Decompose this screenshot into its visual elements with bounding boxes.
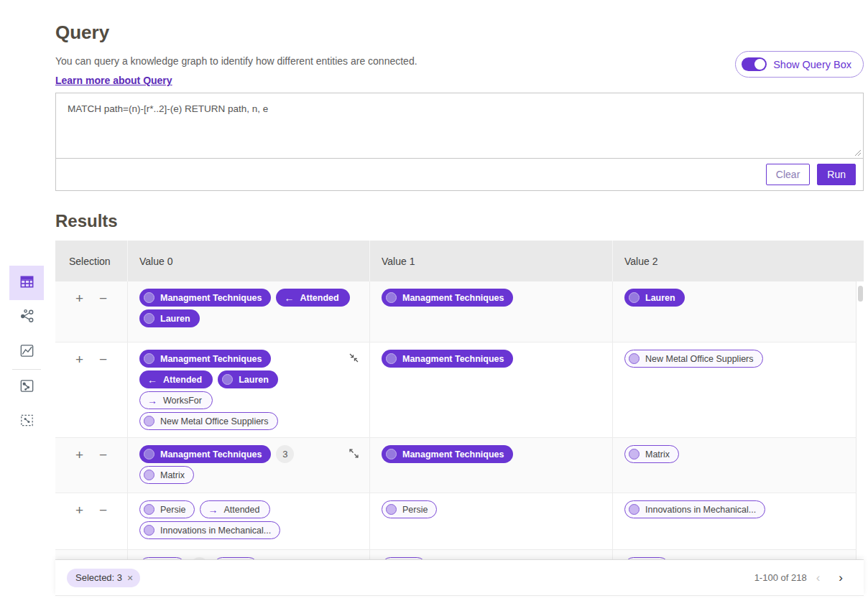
table-header-row: SelectionValue 0Value 1Value 2 — [55, 241, 864, 281]
node-circle-icon — [144, 416, 154, 426]
selection-cell: +− — [55, 493, 127, 549]
value1-cell: Managment Techniques — [369, 438, 612, 493]
next-page-icon[interactable]: › — [829, 572, 852, 584]
table-row: +−Managment Techniques←AttendedLaurenMan… — [55, 281, 864, 342]
node-circle-icon — [386, 353, 397, 364]
pill-label: Managment Techniques — [160, 354, 262, 364]
pill-label: Lauren — [645, 293, 675, 303]
show-query-box-toggle[interactable]: Show Query Box — [735, 51, 864, 78]
value1-cell — [369, 550, 612, 560]
node-pill[interactable]: Managment Techniques — [139, 445, 271, 463]
node-pill[interactable]: Lauren — [218, 370, 278, 388]
node-pill[interactable]: Managment Techniques — [382, 350, 513, 368]
sidebar-item-table-view[interactable] — [9, 266, 44, 300]
scrollbar-thumb[interactable] — [858, 286, 863, 302]
query-input[interactable]: MATCH path=(n)-[r*..2]-(e) RETURN path, … — [56, 93, 863, 159]
prev-page-icon[interactable]: ‹ — [807, 572, 830, 584]
remove-from-selection-button[interactable]: − — [99, 353, 107, 366]
node-pill[interactable]: Persie — [139, 500, 195, 518]
add-to-selection-button[interactable]: + — [75, 291, 83, 305]
pill-label: Managment Techniques — [402, 293, 504, 303]
selection-view-icon — [19, 412, 35, 432]
node-pill[interactable]: Innovations in Mechanical... — [624, 500, 765, 518]
arrow-right-icon: → — [147, 396, 157, 406]
pill-label: Persie — [160, 505, 185, 515]
collapse-path-icon[interactable] — [348, 352, 360, 367]
pill-label: Lauren — [239, 375, 269, 385]
sidebar-item-image-view[interactable] — [9, 370, 44, 404]
arrow-right-icon: → — [208, 505, 218, 515]
page-header-text: You can query a knowledge graph to ident… — [55, 47, 417, 87]
pill-label: Attended — [223, 505, 259, 515]
column-header: Selection — [55, 241, 127, 281]
sidebar-item-selection-view[interactable] — [9, 404, 44, 439]
value0-cell: Managment Techniques←AttendedLauren→Work… — [127, 342, 369, 437]
value0-cell: Managment Techniques3Matrix — [127, 438, 369, 493]
query-actions: Clear Run — [56, 159, 863, 190]
pill-label: New Metal Office Suppliers — [160, 416, 269, 426]
node-circle-icon — [144, 525, 154, 536]
node-pill[interactable]: Managment Techniques — [139, 289, 271, 307]
node-pill[interactable]: Managment Techniques — [139, 350, 271, 368]
node-circle-icon — [144, 292, 154, 303]
node-circle-icon — [144, 504, 154, 515]
value1-cell: Managment Techniques — [369, 281, 612, 342]
clear-button[interactable]: Clear — [766, 164, 810, 185]
remove-from-selection-button[interactable]: − — [99, 291, 107, 305]
value2-cell: Innovations in Mechanical... — [612, 493, 864, 549]
clear-selection-icon[interactable]: × — [127, 572, 133, 584]
page-range-label: 1-100 of 218 — [754, 572, 807, 583]
pill-label: Matrix — [160, 470, 185, 480]
table-scrollbar[interactable] — [856, 281, 864, 559]
node-pill[interactable]: Lauren — [139, 309, 200, 327]
table-row: +−Persie→AttendedInnovations in Mechanic… — [55, 493, 864, 550]
node-pill[interactable]: Managment Techniques — [382, 445, 513, 463]
sidebar-item-graph-view[interactable] — [9, 300, 44, 335]
value1-cell: Managment Techniques — [369, 342, 612, 437]
node-pill[interactable]: New Metal Office Suppliers — [139, 412, 278, 430]
pill-label: Innovations in Mechanical... — [160, 526, 271, 536]
image-view-icon — [19, 378, 35, 397]
edge-pill[interactable]: →Attended — [200, 500, 270, 518]
edge-pill[interactable]: ←Attended — [139, 370, 213, 388]
edge-pill[interactable]: ←Attended — [276, 289, 349, 307]
value2-cell — [612, 550, 864, 560]
node-pill[interactable]: Managment Techniques — [382, 289, 513, 307]
node-circle-icon — [144, 353, 154, 364]
toggle-switch-icon[interactable] — [742, 57, 767, 71]
remove-from-selection-button[interactable]: − — [99, 503, 107, 517]
table-row: +−Managment Techniques3MatrixManagment T… — [55, 438, 864, 493]
sidebar-item-chart-view[interactable] — [9, 335, 44, 369]
query-page: Query You can query a knowledge graph to… — [55, 0, 864, 596]
node-circle-icon — [386, 504, 397, 515]
learn-more-link[interactable]: Learn more about Query — [55, 75, 172, 86]
graph-view-icon — [19, 308, 35, 327]
add-to-selection-button[interactable]: + — [75, 503, 83, 517]
edge-pill[interactable]: →WorksFor — [139, 391, 213, 409]
arrow-left-icon: ← — [284, 293, 294, 303]
selection-cell: +− — [55, 438, 127, 493]
node-pill[interactable]: Matrix — [139, 466, 194, 484]
add-to-selection-button[interactable]: + — [75, 448, 83, 462]
run-button[interactable]: Run — [817, 164, 856, 185]
node-pill[interactable]: Lauren — [624, 289, 685, 307]
pill-label: WorksFor — [163, 396, 202, 406]
node-pill[interactable]: New Metal Office Suppliers — [624, 350, 763, 368]
table-row — [55, 550, 864, 560]
add-to-selection-button[interactable]: + — [75, 353, 83, 366]
value1-cell: Persie — [369, 493, 612, 549]
selected-count-chip[interactable]: Selected: 3 × — [67, 569, 140, 587]
pill-label: Lauren — [160, 314, 190, 324]
pill-label: Managment Techniques — [402, 449, 504, 460]
expand-path-icon[interactable] — [348, 447, 360, 462]
pill-label: Managment Techniques — [160, 293, 262, 303]
pill-label: Attended — [163, 375, 202, 385]
node-pill[interactable]: Matrix — [624, 445, 679, 463]
node-circle-icon — [144, 313, 154, 324]
node-pill[interactable]: Innovations in Mechanical... — [139, 521, 280, 539]
remove-from-selection-button[interactable]: − — [99, 448, 107, 462]
pill-label: Matrix — [645, 449, 670, 460]
pill-label: Persie — [402, 505, 428, 515]
node-pill[interactable]: Persie — [382, 500, 437, 518]
node-circle-icon — [144, 449, 154, 460]
